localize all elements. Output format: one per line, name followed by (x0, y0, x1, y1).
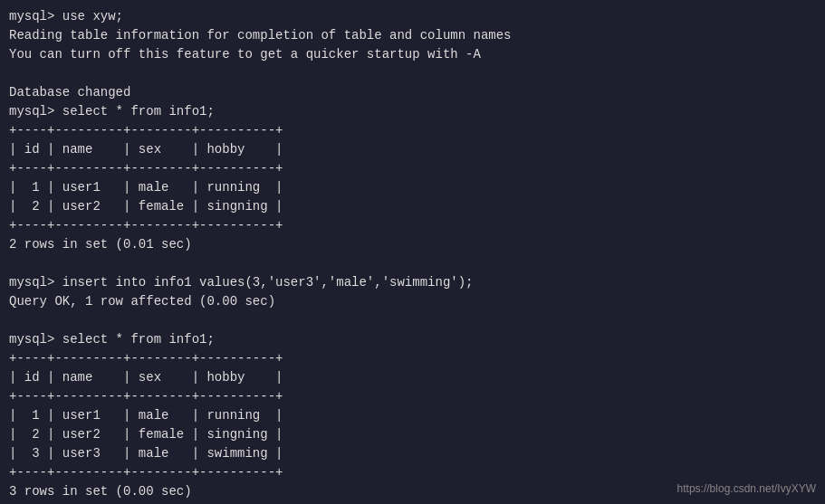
terminal-window: mysql> use xyw; Reading table informatio… (0, 0, 825, 504)
terminal-output: mysql> use xyw; Reading table informatio… (9, 7, 816, 504)
watermark: https://blog.csdn.net/IvyXYW (677, 482, 816, 495)
